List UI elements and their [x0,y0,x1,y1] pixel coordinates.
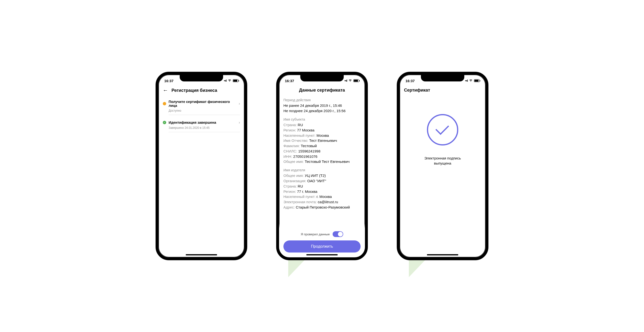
field-val: 77 г. Москва [297,190,318,194]
page-title: Сертификат [404,88,430,93]
status-time: 16:37 [406,79,414,83]
field-key: Страна: [284,184,297,188]
field-key: Электронная почта: [284,200,317,204]
done-icon: ✓ [163,121,166,124]
phone-screen-3: 16:37 ••ıl Сертификат Электронная подпис… [397,72,488,260]
signal-icon: ••ıl [224,79,226,82]
home-indicator [306,254,338,255]
notch [300,75,344,81]
period-from: Не ранее 24 декабря 2019 г., 15:46 [284,103,360,108]
field-val: Тест Евгеньевич [309,138,337,142]
field-key: Населенный пункт: [284,133,316,137]
field-val: г. Москва [316,195,332,199]
verified-toggle[interactable] [332,231,343,237]
chevron-right-icon: › [239,120,240,125]
field-val: 77 Москва [297,128,314,132]
wifi-icon [469,79,473,83]
field-key: ИНН: [284,154,292,158]
header: ← Регистрация бизнеса [158,84,244,96]
field-key: Общее имя: [284,159,304,163]
section-label-period: Период действия [284,98,360,102]
field-key: Адрес: [284,205,295,209]
field-key: Регион: [284,190,296,194]
field-val: ca@iitrust.ru [318,200,338,204]
field-val: RU [298,184,303,188]
battery-icon [353,79,359,82]
signal-icon: ••ıl [465,79,468,82]
phone-screen-2: 16:37 ••ıl Данные сертификата Период дей… [276,72,368,260]
wifi-icon [348,79,352,83]
toggle-label: Я проверил данные [301,232,330,236]
list-item-label: Идентификация завершена [168,121,236,124]
section-label-issuer: Имя издателя [284,168,360,173]
list-item-certificate[interactable]: Получите сертификат физического лица › Д… [158,96,244,117]
back-arrow-icon[interactable]: ← [163,88,168,93]
phone-screen-1: 16:37 ••ıl ← Регистрация бизнеса Получит… [156,72,247,260]
field-key: Организация: [284,179,306,183]
wifi-icon [228,79,232,83]
field-val: RU [298,123,303,127]
notch [421,75,464,81]
field-val: 270501961076 [293,154,318,158]
period-to: Не позднее 24 декабря 2020 г., 15:56 [284,108,360,114]
header: Сертификат [400,84,486,95]
field-key: Имя Отчество: [284,138,308,142]
field-key: Общее имя: [284,174,304,178]
field-val: УЦ ИИТ (Т2) [305,174,326,178]
field-val: Тестовый Тест Евгеньевич [305,159,350,163]
field-key: Фамилия: [284,144,300,148]
field-val: Тестовый [301,144,317,148]
field-key: СНИЛС: [284,149,297,153]
header: Данные сертификата [279,84,365,95]
field-key: Регион: [284,128,296,132]
certificate-details: Период действия Не ранее 24 декабря 2019… [279,95,365,228]
field-key: Населенный пункт: [284,195,316,199]
status-time: 16:37 [285,79,294,83]
notch [180,75,223,81]
section-label-subject: Имя субъекта [284,117,360,122]
list-item-label: Получите сертификат физического лица [168,100,236,107]
chevron-right-icon: › [239,101,240,106]
list-item-identification[interactable]: ✓ Идентификация завершена › Завершено 24… [158,117,244,134]
field-val: ОАО "ИИТ" [307,179,326,183]
home-indicator [186,254,217,255]
home-indicator [427,254,458,255]
list-item-sub: Доступно [168,109,240,115]
success-check-icon [427,114,458,145]
success-message: Электронная подпись выпущена [424,156,461,166]
field-key: Страна: [284,123,297,127]
battery-icon [233,79,238,82]
signal-icon: ••ıl [344,79,347,82]
list-item-sub: Завершено 24.01.2020 в 15:45 [168,126,240,132]
page-title: Регистрация бизнеса [172,88,217,93]
pending-icon [163,102,166,105]
battery-icon [474,79,480,82]
field-val: Старый Петровско-Разумовский [296,205,350,209]
continue-button[interactable]: Продолжить [284,240,360,252]
field-val: 15596241998 [298,149,320,153]
page-title: Данные сертификата [299,88,345,93]
status-time: 16:37 [164,79,174,83]
field-val: Москва [316,133,329,137]
